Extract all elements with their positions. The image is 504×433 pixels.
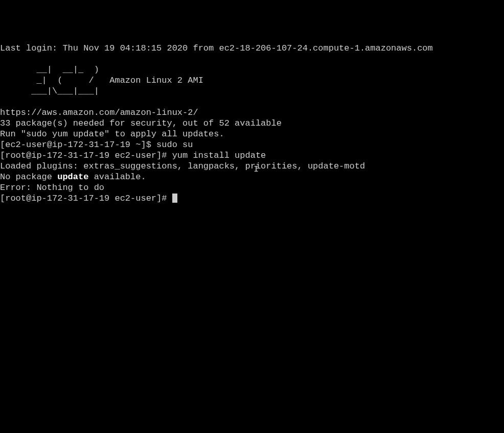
loaded-plugins-line: Loaded plugins: extras_suggestions, lang… (0, 161, 365, 171)
ascii-art-line-2: _| ( / Amazon Linux 2 AMI (0, 76, 203, 85)
command-sudo-su: sudo su (156, 140, 193, 150)
run-update-hint: Run "sudo yum update" to apply all updat… (0, 129, 224, 139)
ascii-art-line-3: ___|\___|___| (0, 86, 99, 96)
command-yum-install: yum install update (172, 151, 266, 160)
terminal-window[interactable]: Last login: Thu Nov 19 04:18:15 2020 fro… (0, 43, 504, 204)
no-package-prefix: No package (0, 172, 57, 182)
ec2-user-prompt: [ec2-user@ip-172-31-17-19 ~]$ (0, 140, 156, 150)
ascii-art-line-1: __| __|_ ) (0, 65, 99, 75)
terminal-cursor[interactable] (172, 194, 177, 203)
security-updates-line: 33 package(s) needed for security, out o… (0, 118, 282, 128)
no-package-suffix: available. (88, 172, 146, 182)
amazon-linux-url: https://aws.amazon.com/amazon-linux-2/ (0, 108, 198, 117)
no-package-name: update (57, 172, 88, 182)
last-login-line: Last login: Thu Nov 19 04:18:15 2020 fro… (0, 43, 433, 53)
error-line: Error: Nothing to do (0, 183, 104, 193)
root-prompt-2: [root@ip-172-31-17-19 ec2-user]# (0, 194, 172, 203)
root-prompt-1: [root@ip-172-31-17-19 ec2-user]# (0, 151, 172, 160)
